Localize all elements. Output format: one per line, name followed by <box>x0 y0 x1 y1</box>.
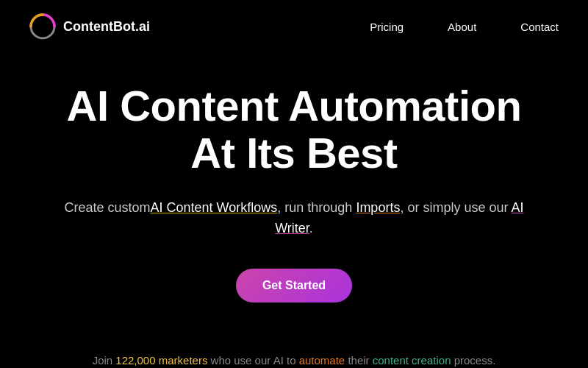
subtitle-text-3: , or simply use our <box>400 200 508 215</box>
social-text-3: their <box>348 354 369 367</box>
brand-name: ContentBot.ai <box>63 19 150 35</box>
hero-title: AI Content Automation At Its Best <box>59 82 529 177</box>
subtitle-text-2: , run through <box>277 200 352 215</box>
social-highlight-marketers: 122,000 marketers <box>115 354 207 367</box>
nav-pricing[interactable]: Pricing <box>370 21 404 33</box>
nav-contact[interactable]: Contact <box>520 21 559 33</box>
social-proof: Join 122,000 marketers who use our AI to… <box>93 354 496 367</box>
social-text-2: who use our AI to <box>211 354 296 367</box>
social-highlight-automate: automate <box>299 354 345 367</box>
get-started-button[interactable]: Get Started <box>236 269 352 302</box>
subtitle-text-4: . <box>309 221 313 236</box>
nav-links: Pricing About Contact <box>370 21 559 33</box>
subtitle-link-workflows[interactable]: AI Content Workflows <box>151 200 278 215</box>
hero-section: AI Content Automation At Its Best Create… <box>0 53 588 367</box>
navbar: ContentBot.ai Pricing About Contact <box>0 0 588 53</box>
social-highlight-content-creation: content creation <box>373 354 451 367</box>
social-text-1: Join <box>93 354 113 367</box>
nav-about[interactable]: About <box>448 21 476 33</box>
subtitle-text-1: Create custom <box>65 200 151 215</box>
logo-icon <box>29 13 56 40</box>
subtitle-link-imports[interactable]: Imports <box>356 200 400 215</box>
logo[interactable]: ContentBot.ai <box>29 13 150 40</box>
social-text-4: process. <box>454 354 496 367</box>
hero-subtitle: Create customAI Content Workflows, run t… <box>59 197 529 240</box>
